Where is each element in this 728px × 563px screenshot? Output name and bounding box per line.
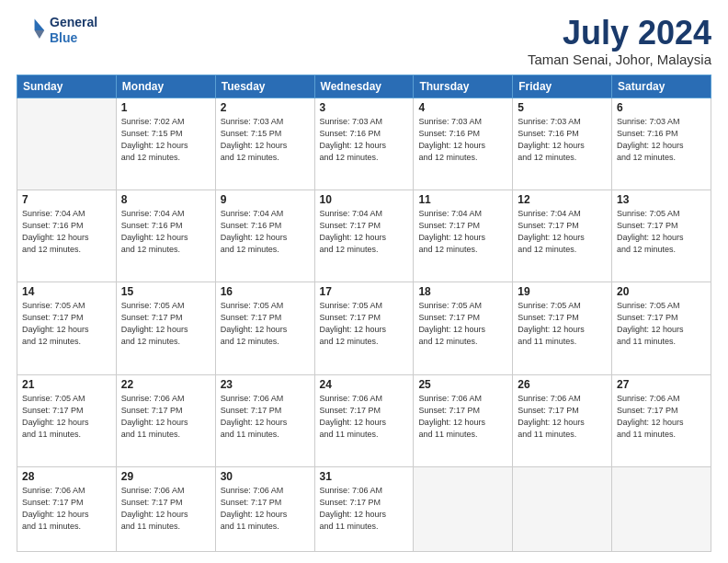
logo-icon [17,16,46,45]
day-info: Sunrise: 7:06 AMSunset: 7:17 PMDaylight:… [518,393,607,441]
day-info: Sunrise: 7:03 AMSunset: 7:16 PMDaylight:… [518,116,607,164]
cell-w3-d3: 16Sunrise: 7:05 AMSunset: 7:17 PMDayligh… [215,282,314,374]
day-number: 3 [320,101,409,114]
logo-text: General Blue [50,15,97,46]
month-title: July 2024 [528,15,711,52]
day-info: Sunrise: 7:05 AMSunset: 7:17 PMDaylight:… [22,300,111,348]
day-info: Sunrise: 7:03 AMSunset: 7:16 PMDaylight:… [320,116,409,164]
day-number: 23 [221,378,310,391]
header: General Blue July 2024 Taman Senai, Joho… [17,15,711,67]
day-number: 21 [22,378,111,391]
cell-w5-d5 [414,466,513,551]
day-number: 17 [320,285,409,298]
cell-w2-d4: 10Sunrise: 7:04 AMSunset: 7:17 PMDayligh… [314,190,414,282]
cell-w4-d6: 26Sunrise: 7:06 AMSunset: 7:17 PMDayligh… [513,374,612,466]
day-info: Sunrise: 7:05 AMSunset: 7:17 PMDaylight:… [518,300,607,348]
cell-w4-d4: 24Sunrise: 7:06 AMSunset: 7:17 PMDayligh… [314,374,414,466]
day-info: Sunrise: 7:05 AMSunset: 7:17 PMDaylight:… [121,300,210,348]
day-info: Sunrise: 7:06 AMSunset: 7:17 PMDaylight:… [221,485,310,533]
header-friday: Friday [513,75,612,98]
day-number: 15 [121,285,210,298]
day-number: 10 [320,193,409,206]
cell-w3-d6: 19Sunrise: 7:05 AMSunset: 7:17 PMDayligh… [513,282,612,374]
day-number: 19 [518,285,607,298]
cell-w2-d3: 9Sunrise: 7:04 AMSunset: 7:16 PMDaylight… [215,190,314,282]
day-number: 14 [22,285,111,298]
cell-w1-d2: 1Sunrise: 7:02 AMSunset: 7:15 PMDaylight… [116,98,215,190]
day-number: 2 [221,101,310,114]
day-number: 16 [221,285,310,298]
week-row-2: 7Sunrise: 7:04 AMSunset: 7:16 PMDaylight… [17,190,711,282]
cell-w5-d2: 29Sunrise: 7:06 AMSunset: 7:17 PMDayligh… [116,466,215,551]
location-title: Taman Senai, Johor, Malaysia [528,52,711,67]
cell-w3-d5: 18Sunrise: 7:05 AMSunset: 7:17 PMDayligh… [414,282,513,374]
day-number: 5 [518,101,607,114]
day-number: 31 [320,470,409,483]
week-row-1: 1Sunrise: 7:02 AMSunset: 7:15 PMDaylight… [17,98,711,190]
cell-w5-d7 [612,466,711,551]
cell-w2-d7: 13Sunrise: 7:05 AMSunset: 7:17 PMDayligh… [612,190,711,282]
cell-w3-d1: 14Sunrise: 7:05 AMSunset: 7:17 PMDayligh… [17,282,117,374]
day-number: 24 [320,378,409,391]
header-monday: Monday [116,75,215,98]
day-number: 30 [221,470,310,483]
day-info: Sunrise: 7:05 AMSunset: 7:17 PMDaylight:… [221,300,310,348]
day-info: Sunrise: 7:03 AMSunset: 7:16 PMDaylight:… [617,116,706,164]
week-row-3: 14Sunrise: 7:05 AMSunset: 7:17 PMDayligh… [17,282,711,374]
cell-w2-d1: 7Sunrise: 7:04 AMSunset: 7:16 PMDaylight… [17,190,117,282]
day-info: Sunrise: 7:06 AMSunset: 7:17 PMDaylight:… [320,485,409,533]
day-number: 11 [418,193,507,206]
day-number: 20 [617,285,706,298]
cell-w4-d3: 23Sunrise: 7:06 AMSunset: 7:17 PMDayligh… [215,374,314,466]
day-info: Sunrise: 7:05 AMSunset: 7:17 PMDaylight:… [617,300,706,348]
day-info: Sunrise: 7:05 AMSunset: 7:17 PMDaylight:… [320,300,409,348]
cell-w1-d1 [17,98,117,190]
calendar-header: SundayMondayTuesdayWednesdayThursdayFrid… [17,75,711,98]
day-info: Sunrise: 7:04 AMSunset: 7:16 PMDaylight:… [221,208,310,256]
day-info: Sunrise: 7:06 AMSunset: 7:17 PMDaylight:… [617,393,706,441]
day-info: Sunrise: 7:06 AMSunset: 7:17 PMDaylight:… [22,485,111,533]
cell-w2-d5: 11Sunrise: 7:04 AMSunset: 7:17 PMDayligh… [414,190,513,282]
logo: General Blue [17,15,97,46]
cell-w5-d6 [513,466,612,551]
day-info: Sunrise: 7:02 AMSunset: 7:15 PMDaylight:… [121,116,210,164]
cell-w2-d2: 8Sunrise: 7:04 AMSunset: 7:16 PMDaylight… [116,190,215,282]
day-number: 18 [418,285,507,298]
cell-w1-d5: 4Sunrise: 7:03 AMSunset: 7:16 PMDaylight… [414,98,513,190]
cell-w5-d1: 28Sunrise: 7:06 AMSunset: 7:17 PMDayligh… [17,466,117,551]
day-info: Sunrise: 7:04 AMSunset: 7:16 PMDaylight:… [22,208,111,256]
day-info: Sunrise: 7:06 AMSunset: 7:17 PMDaylight:… [121,485,210,533]
cell-w3-d2: 15Sunrise: 7:05 AMSunset: 7:17 PMDayligh… [116,282,215,374]
cell-w4-d7: 27Sunrise: 7:06 AMSunset: 7:17 PMDayligh… [612,374,711,466]
day-number: 12 [518,193,607,206]
day-number: 22 [121,378,210,391]
day-info: Sunrise: 7:03 AMSunset: 7:15 PMDaylight:… [221,116,310,164]
header-row: SundayMondayTuesdayWednesdayThursdayFrid… [17,75,711,98]
day-number: 1 [121,101,210,114]
day-info: Sunrise: 7:06 AMSunset: 7:17 PMDaylight:… [121,393,210,441]
cell-w4-d1: 21Sunrise: 7:05 AMSunset: 7:17 PMDayligh… [17,374,117,466]
cell-w5-d3: 30Sunrise: 7:06 AMSunset: 7:17 PMDayligh… [215,466,314,551]
day-number: 9 [221,193,310,206]
day-info: Sunrise: 7:05 AMSunset: 7:17 PMDaylight:… [418,300,507,348]
day-info: Sunrise: 7:04 AMSunset: 7:16 PMDaylight:… [121,208,210,256]
week-row-4: 21Sunrise: 7:05 AMSunset: 7:17 PMDayligh… [17,374,711,466]
cell-w4-d2: 22Sunrise: 7:06 AMSunset: 7:17 PMDayligh… [116,374,215,466]
day-number: 8 [121,193,210,206]
title-block: July 2024 Taman Senai, Johor, Malaysia [528,15,711,67]
day-info: Sunrise: 7:04 AMSunset: 7:17 PMDaylight:… [418,208,507,256]
day-info: Sunrise: 7:04 AMSunset: 7:17 PMDaylight:… [320,208,409,256]
day-info: Sunrise: 7:03 AMSunset: 7:16 PMDaylight:… [418,116,507,164]
calendar-table: SundayMondayTuesdayWednesdayThursdayFrid… [17,75,711,552]
cell-w5-d4: 31Sunrise: 7:06 AMSunset: 7:17 PMDayligh… [314,466,414,551]
day-number: 25 [418,378,507,391]
cell-w2-d6: 12Sunrise: 7:04 AMSunset: 7:17 PMDayligh… [513,190,612,282]
day-number: 6 [617,101,706,114]
header-wednesday: Wednesday [314,75,414,98]
day-info: Sunrise: 7:06 AMSunset: 7:17 PMDaylight:… [418,393,507,441]
cell-w3-d7: 20Sunrise: 7:05 AMSunset: 7:17 PMDayligh… [612,282,711,374]
header-saturday: Saturday [612,75,711,98]
calendar-body: 1Sunrise: 7:02 AMSunset: 7:15 PMDaylight… [17,98,711,551]
header-thursday: Thursday [414,75,513,98]
day-info: Sunrise: 7:06 AMSunset: 7:17 PMDaylight:… [221,393,310,441]
